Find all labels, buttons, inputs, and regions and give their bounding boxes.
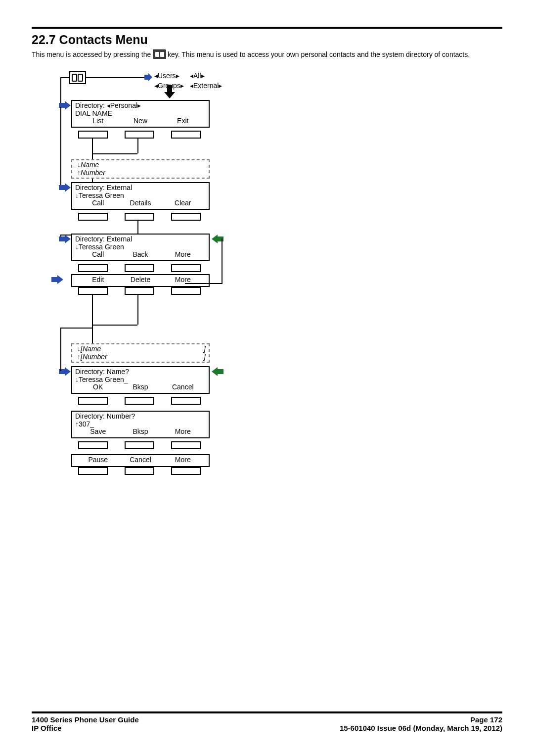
filter-external: ◂External▸ bbox=[190, 82, 222, 90]
svg-marker-7 bbox=[164, 85, 175, 98]
soft-button[interactable] bbox=[125, 287, 154, 295]
soft-button[interactable] bbox=[78, 131, 108, 139]
softkey-cancel: Cancel bbox=[162, 383, 204, 391]
connector bbox=[137, 221, 138, 235]
screen-name-edit: Directory: Name? ↓Teressa Green_ OK Bksp… bbox=[71, 366, 210, 394]
screen-title: Directory: Name? bbox=[75, 368, 206, 376]
screen-external-call: Directory: External ↓Teressa Green Call … bbox=[71, 182, 210, 210]
connector bbox=[222, 238, 222, 283]
intro-paragraph: This menu is accessed by pressing the ke… bbox=[32, 50, 502, 59]
soft-button[interactable] bbox=[125, 397, 154, 405]
arrow-left-icon bbox=[211, 367, 223, 378]
soft-button[interactable] bbox=[78, 287, 108, 295]
connector bbox=[86, 77, 145, 78]
svg-rect-3 bbox=[72, 74, 77, 81]
hint-name: ↓[Name bbox=[77, 345, 101, 353]
softkey-ok: OK bbox=[77, 383, 119, 391]
svg-marker-11 bbox=[51, 275, 63, 284]
svg-marker-6 bbox=[144, 73, 152, 81]
softkey-bksp: Bksp bbox=[120, 428, 161, 435]
section-heading: 22.7 Contacts Menu bbox=[32, 33, 502, 47]
menu-flow-diagram: ◂Users▸ ◂All▸ ◂Groups▸ ◂External▸ Direct… bbox=[32, 70, 328, 535]
softkey-call: Call bbox=[77, 251, 119, 258]
softkey-more: More bbox=[162, 251, 204, 258]
name-number-edit-hint: ↓[Name ] ↑[Number ] bbox=[71, 343, 210, 363]
soft-button[interactable] bbox=[125, 467, 154, 475]
connector bbox=[60, 77, 69, 78]
screen-number-edit: Directory: Number? ↑307_ Save Bksp More bbox=[71, 411, 210, 438]
soft-button[interactable] bbox=[125, 213, 154, 221]
soft-button[interactable] bbox=[125, 264, 154, 272]
soft-button[interactable] bbox=[78, 397, 108, 405]
contacts-key-icon bbox=[153, 49, 166, 58]
softkey-cancel: Cancel bbox=[120, 456, 161, 464]
screen-title: Directory: ◂Personal▸ bbox=[75, 102, 206, 109]
soft-buttons bbox=[78, 213, 201, 221]
soft-button[interactable] bbox=[171, 287, 201, 295]
svg-rect-2 bbox=[160, 52, 164, 57]
svg-marker-13 bbox=[212, 367, 223, 376]
connector bbox=[92, 295, 93, 344]
arrow-right-icon bbox=[51, 275, 64, 285]
hint-number: ↑Number bbox=[77, 169, 206, 177]
soft-buttons bbox=[78, 287, 201, 295]
arrow-right-icon bbox=[144, 73, 153, 83]
soft-buttons bbox=[78, 467, 201, 475]
softkey-back: Back bbox=[120, 251, 161, 258]
soft-button[interactable] bbox=[78, 441, 108, 449]
softkey-clear: Clear bbox=[162, 199, 204, 207]
connector bbox=[92, 153, 137, 154]
softkey-call: Call bbox=[77, 199, 119, 207]
connector bbox=[60, 328, 61, 371]
svg-marker-8 bbox=[59, 183, 71, 192]
hint-name-end: ] bbox=[204, 345, 206, 353]
footer-office: IP Office bbox=[32, 724, 62, 732]
contacts-key-icon bbox=[69, 71, 86, 84]
soft-button[interactable] bbox=[171, 264, 201, 272]
soft-button[interactable] bbox=[125, 131, 154, 139]
name-number-hint: ↓Name ↑Number bbox=[71, 159, 210, 179]
soft-buttons bbox=[78, 397, 201, 405]
soft-buttons bbox=[78, 131, 201, 139]
softkey-more: More bbox=[162, 428, 204, 435]
screen-line: ↓Teressa Green_ bbox=[75, 376, 206, 383]
soft-button[interactable] bbox=[78, 467, 108, 475]
soft-button[interactable] bbox=[125, 441, 154, 449]
screen-title: Directory: Number? bbox=[75, 413, 206, 420]
arrow-right-icon bbox=[59, 235, 72, 245]
softkey-more: More bbox=[162, 456, 204, 464]
connector bbox=[137, 139, 138, 153]
soft-button[interactable] bbox=[78, 264, 108, 272]
screen-personal: Directory: ◂Personal▸ DIAL NAME List New… bbox=[71, 100, 210, 128]
soft-buttons bbox=[78, 264, 201, 272]
screen-external-details: Directory: External ↓Teressa Green Call … bbox=[71, 234, 210, 261]
hint-number-end: ] bbox=[204, 353, 206, 361]
connector bbox=[92, 325, 137, 326]
soft-button[interactable] bbox=[171, 467, 201, 475]
soft-buttons bbox=[78, 441, 201, 449]
screen-line: ↑307_ bbox=[75, 421, 206, 428]
down-arrow-icon bbox=[164, 85, 175, 100]
hint-name: ↓Name bbox=[77, 161, 206, 169]
screen-edit-delete: Edit Delete More bbox=[71, 274, 210, 286]
softkeys: OK Bksp Cancel bbox=[75, 383, 206, 391]
softkeys: Call Back More bbox=[75, 251, 206, 258]
connector bbox=[185, 283, 222, 284]
softkey-details: Details bbox=[120, 199, 161, 207]
top-rule bbox=[32, 27, 502, 29]
connector bbox=[60, 328, 92, 329]
soft-button[interactable] bbox=[171, 213, 201, 221]
filter-users: ◂Users▸ bbox=[154, 72, 179, 80]
hint-number: ↑[Number bbox=[77, 353, 107, 361]
screen-title: Directory: External bbox=[75, 236, 206, 243]
page-footer: 1400 Series Phone User Guide Page 172 IP… bbox=[32, 711, 502, 732]
screen-line: DIAL NAME bbox=[75, 110, 206, 117]
soft-button[interactable] bbox=[171, 397, 201, 405]
footer-rule bbox=[32, 711, 502, 713]
soft-button[interactable] bbox=[171, 131, 201, 139]
soft-button[interactable] bbox=[78, 213, 108, 221]
screen-number-more: Pause Cancel More bbox=[71, 454, 210, 467]
svg-rect-0 bbox=[153, 50, 166, 59]
soft-button[interactable] bbox=[171, 441, 201, 449]
softkey-bksp: Bksp bbox=[120, 383, 161, 391]
